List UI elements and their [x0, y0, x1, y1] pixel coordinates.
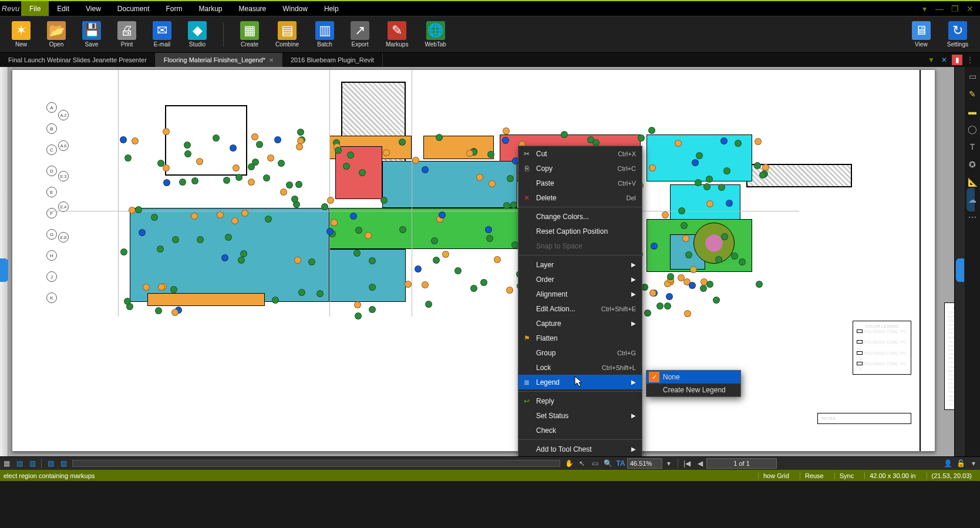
marquee-tool-icon[interactable]: ▭ [588, 457, 601, 470]
print-button[interactable]: 🖨Print [117, 21, 136, 48]
legend-submenu[interactable]: ✓NoneCreate New Legend [646, 370, 741, 397]
markup-node[interactable] [480, 279, 487, 286]
ctx-check[interactable]: Check [518, 423, 642, 438]
markup-node[interactable] [666, 293, 673, 300]
markup-node[interactable] [510, 201, 517, 208]
pan-tool-icon[interactable]: ✋ [563, 457, 575, 470]
markup-node[interactable] [233, 164, 240, 171]
right-panel-expand-icon[interactable] [956, 258, 964, 282]
markup-node[interactable] [120, 136, 127, 143]
markup-node[interactable] [454, 267, 462, 274]
help-icon[interactable]: ▾ [919, 4, 930, 14]
markup-node[interactable] [681, 222, 688, 229]
menu-window[interactable]: Window [274, 1, 316, 16]
panel-layers-icon[interactable]: ▥ [26, 457, 39, 470]
markup-node[interactable] [470, 285, 477, 292]
markup-node[interactable] [286, 181, 293, 189]
markup-node[interactable] [197, 236, 204, 243]
markup-node[interactable] [280, 189, 287, 196]
close-icon[interactable]: ✕ [965, 4, 975, 14]
markup-node[interactable] [503, 127, 510, 134]
ctx-layer[interactable]: Layer▶ [518, 257, 642, 272]
markup-node[interactable] [353, 250, 361, 257]
highlight-tool-icon[interactable]: ▬ [966, 106, 978, 117]
markup-node[interactable] [502, 137, 509, 144]
email-button[interactable]: ✉E-mail [153, 21, 171, 48]
markup-node[interactable] [644, 310, 651, 317]
ctx-legend[interactable]: ≣Legend▶ [518, 375, 642, 389]
measure-tool-icon[interactable]: 📐 [966, 176, 978, 188]
tab-overflow-icon[interactable]: ⋮ [965, 55, 975, 65]
markup-node[interactable] [248, 179, 255, 186]
ctx-flatten[interactable]: ⚑Flatten [518, 331, 642, 345]
left-panel-expand-icon[interactable] [0, 258, 8, 282]
ctx-delete[interactable]: ✕DeleteDel [518, 190, 642, 205]
shapes-tool-icon[interactable]: ◯ [966, 123, 978, 135]
export-button[interactable]: ↗Export [351, 21, 369, 48]
markup-node[interactable] [485, 226, 492, 233]
markup-node[interactable] [265, 216, 272, 223]
ctx-paste[interactable]: PasteCtrl+V [518, 176, 642, 190]
markup-node[interactable] [256, 141, 263, 148]
markup-node[interactable] [706, 176, 713, 183]
menu-form[interactable]: Form [158, 1, 191, 16]
save-button[interactable]: 💾Save [82, 21, 101, 48]
maximize-icon[interactable]: ❐ [949, 4, 960, 14]
panel-thumb-icon[interactable]: ▦ [0, 457, 13, 470]
profile-icon[interactable]: 👤 [941, 457, 954, 470]
markup-node[interactable] [715, 256, 722, 263]
markup-node[interactable] [120, 248, 127, 255]
markup-node[interactable] [163, 179, 170, 186]
ctx-group[interactable]: GroupCtrl+G [518, 345, 642, 360]
ctx-lock[interactable]: LockCtrl+Shift+L [518, 360, 642, 375]
menu-file[interactable]: File [21, 1, 49, 16]
markup-node[interactable] [682, 235, 689, 242]
menu-view[interactable]: View [78, 1, 109, 16]
markup-node[interactable] [662, 211, 669, 218]
markup-node[interactable] [274, 136, 281, 143]
tab-dropdown-icon[interactable]: ▼ [926, 55, 937, 65]
batch-button[interactable]: ▥Batch [315, 21, 334, 48]
legend-option-create-new-legend[interactable]: Create New Legend [646, 384, 740, 396]
ctx-change-colors[interactable]: Change Colors... [518, 209, 642, 224]
markup-node[interactable] [308, 258, 315, 265]
markup-node[interactable] [689, 282, 696, 289]
markup-node[interactable] [225, 234, 232, 241]
markup-node[interactable] [696, 152, 703, 159]
markup-node[interactable] [649, 164, 656, 171]
first-page-icon[interactable]: |◀ [681, 457, 693, 470]
markup-node[interactable] [405, 281, 412, 288]
markup-node[interactable] [412, 157, 419, 164]
markup-node[interactable] [132, 137, 139, 144]
markup-node[interactable] [700, 285, 707, 292]
page-indicator[interactable]: 1 of 1 [706, 458, 777, 469]
tab-close-icon[interactable]: ✕ [269, 57, 274, 63]
minimize-icon[interactable]: — [934, 4, 945, 14]
markup-node[interactable] [335, 147, 342, 154]
markup-node[interactable] [241, 210, 248, 217]
markup-node[interactable] [656, 302, 664, 310]
markup-node[interactable] [641, 284, 648, 291]
markup-node[interactable] [151, 214, 158, 221]
document-tab[interactable]: Flooring Material Finishes_Legend*✕ [156, 53, 282, 67]
markup-node[interactable] [762, 164, 769, 171]
ctx-add-to-tool-chest[interactable]: Add to Tool Chest▶ [518, 442, 642, 456]
markup-node[interactable] [155, 307, 162, 314]
markup-node[interactable] [494, 256, 501, 263]
ctx-edit-action[interactable]: Edit Action...Ctrl+Shift+E [518, 301, 642, 316]
markup-node[interactable] [692, 159, 699, 166]
markup-node[interactable] [213, 134, 220, 142]
markup-node[interactable] [179, 179, 186, 186]
markup-node[interactable] [675, 140, 682, 147]
document-tab[interactable]: 2016 Bluebeam Plugin_Revit [282, 53, 383, 67]
markup-node[interactable] [664, 302, 671, 310]
markup-node[interactable] [487, 151, 494, 158]
markup-node[interactable] [723, 167, 730, 174]
markup-node[interactable] [756, 281, 763, 288]
lock-icon[interactable]: 🔓 [954, 457, 967, 470]
open-button[interactable]: 📂Open [47, 21, 66, 48]
panel-split-icon[interactable]: ▧ [44, 457, 57, 470]
markup-node[interactable] [235, 174, 243, 181]
markup-node[interactable] [267, 154, 274, 162]
markup-node[interactable] [706, 281, 713, 288]
